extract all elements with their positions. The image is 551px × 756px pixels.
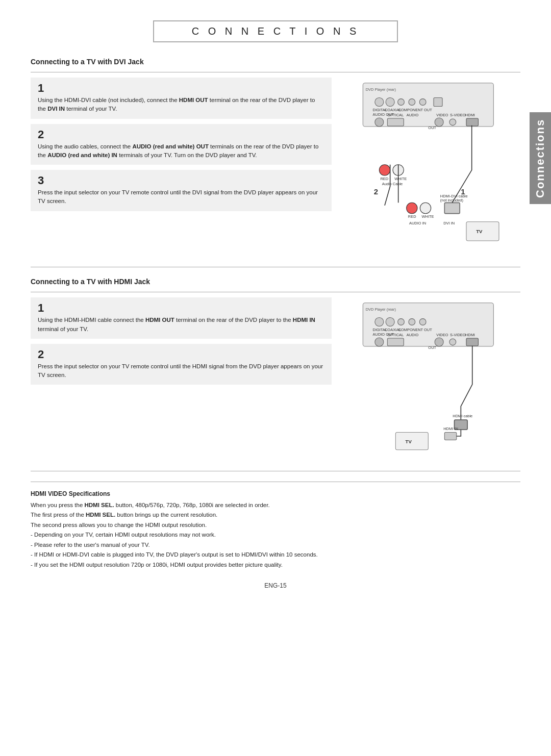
svg-text:Audio Cable: Audio Cable: [382, 182, 403, 186]
svg-text:2: 2: [374, 187, 378, 196]
step-number-s1-3: 3: [38, 175, 324, 186]
svg-rect-7: [434, 97, 442, 106]
svg-rect-13: [387, 118, 404, 126]
step-number-s2-1: 1: [38, 303, 324, 314]
svg-rect-35: [466, 222, 499, 241]
svg-text:AUDIO IN: AUDIO IN: [409, 221, 426, 225]
svg-point-58: [449, 339, 456, 345]
step-text-s1-1: Using the HDMI-DVI cable (not included),…: [38, 96, 324, 114]
svg-text:DVD Player (rear): DVD Player (rear): [366, 87, 396, 92]
section2-steps: 1 Using the HDMI-HDMI cable connect the …: [31, 297, 332, 455]
spec-line-1: When you press the HDMI SEL. button, 480…: [31, 502, 270, 508]
svg-text:WHITE: WHITE: [422, 214, 434, 219]
svg-point-44: [386, 318, 394, 326]
spec-line-5: - Please refer to the user's manual of y…: [31, 542, 150, 548]
svg-text:RED: RED: [408, 214, 416, 219]
svg-text:OUT: OUT: [428, 125, 436, 130]
step-text-s2-1: Using the HDMI-HDMI cable connect the HD…: [38, 316, 324, 334]
section2-title: Connecting to a TV with HDMI Jack: [31, 278, 520, 286]
svg-point-43: [375, 318, 384, 326]
section1-steps: 1 Using the HDMI-DVI cable (not included…: [31, 78, 332, 251]
svg-point-4: [398, 99, 405, 106]
divider-top-s1: [31, 72, 520, 72]
spec-line-3: The second press allows you to change th…: [31, 522, 207, 528]
svg-point-31: [420, 203, 431, 213]
svg-rect-34: [444, 203, 460, 213]
svg-text:DVD Player (rear): DVD Player (rear): [366, 307, 396, 312]
svg-point-45: [398, 319, 405, 325]
spec-line-6: - If HDMI or HDMI-DVI cable is plugged i…: [31, 551, 318, 558]
svg-point-18: [449, 119, 456, 125]
svg-point-23: [379, 165, 390, 175]
svg-text:(not included): (not included): [440, 198, 464, 203]
side-tab: Connections: [530, 112, 551, 204]
divider-top-s2: [31, 292, 520, 292]
specs-section: HDMI VIDEO Specifications When you press…: [31, 482, 520, 570]
svg-point-12: [375, 118, 384, 127]
dvi-diagram-svg: DVD Player (rear) DIGITAL AUDIO OUT COAX…: [352, 78, 515, 251]
specs-text: When you press the HDMI SEL. button, 480…: [31, 500, 520, 570]
svg-text:WHITE: WHITE: [394, 177, 407, 181]
svg-text:HDMI IN: HDMI IN: [443, 427, 458, 432]
section2-block: 1 Using the HDMI-HDMI cable connect the …: [31, 297, 520, 455]
svg-point-46: [409, 319, 415, 325]
svg-point-2: [375, 97, 384, 106]
page-title: C O N N E C T I O N S: [185, 26, 366, 37]
svg-text:OUT: OUT: [428, 346, 436, 350]
svg-text:OPTICAL: OPTICAL: [387, 113, 404, 117]
step-number-s1-1: 1: [38, 83, 324, 94]
step-s1-2: 2 Using the audio cables, connect the AU…: [31, 124, 332, 165]
spec-line-7: - If you set the HDMI output resolution …: [31, 562, 283, 568]
step-s1-3: 3 Press the input selector on your TV re…: [31, 170, 332, 211]
divider-bottom-s2: [31, 471, 520, 471]
section1-title: Connecting to a TV with DVI Jack: [31, 58, 520, 66]
svg-text:TV: TV: [406, 439, 412, 444]
step-number-s1-2: 2: [38, 129, 324, 140]
svg-point-5: [409, 99, 415, 106]
svg-text:HDMI cable: HDMI cable: [453, 414, 472, 418]
step-number-s2-2: 2: [38, 349, 324, 360]
svg-text:AUDIO: AUDIO: [407, 113, 419, 117]
section1-block: 1 Using the HDMI-DVI cable (not included…: [31, 78, 520, 251]
svg-point-6: [419, 99, 426, 106]
spec-line-2: The first press of the HDMI SEL. button …: [31, 512, 217, 518]
svg-point-52: [375, 338, 384, 346]
svg-text:TV: TV: [476, 229, 483, 234]
svg-rect-60: [466, 338, 478, 346]
svg-point-47: [419, 319, 426, 325]
svg-text:S-VIDEO: S-VIDEO: [450, 333, 466, 337]
hdmi-diagram-svg: DVD Player (rear) DIGITAL AUDIO OUT COAX…: [352, 297, 515, 455]
svg-rect-65: [395, 433, 428, 450]
step-s2-1: 1 Using the HDMI-HDMI cable connect the …: [31, 297, 332, 339]
svg-text:S-VIDEO: S-VIDEO: [450, 113, 466, 117]
svg-rect-53: [387, 338, 404, 346]
page-number: ENG-15: [31, 582, 520, 589]
svg-text:DVI IN: DVI IN: [443, 221, 455, 225]
step-s2-2: 2 Press the input selector on your TV re…: [31, 344, 332, 385]
step-text-s2-2: Press the input selector on your TV remo…: [38, 362, 324, 380]
svg-point-30: [407, 203, 417, 213]
svg-rect-20: [466, 118, 478, 126]
specs-title: HDMI VIDEO Specifications: [31, 490, 520, 497]
divider-bottom-s1: [31, 267, 520, 267]
svg-text:VIDEO: VIDEO: [436, 113, 448, 117]
svg-text:AUDIO: AUDIO: [407, 333, 419, 337]
svg-text:OPTICAL: OPTICAL: [387, 333, 404, 337]
step-s1-1: 1 Using the HDMI-DVI cable (not included…: [31, 78, 332, 119]
svg-text:COMPONENT OUT: COMPONENT OUT: [398, 108, 433, 112]
section2-diagram: DVD Player (rear) DIGITAL AUDIO OUT COAX…: [347, 297, 520, 455]
svg-text:COMPONENT OUT: COMPONENT OUT: [398, 327, 433, 332]
svg-rect-67: [444, 433, 456, 440]
svg-text:RED: RED: [380, 177, 388, 181]
svg-text:VIDEO: VIDEO: [436, 333, 448, 337]
step-text-s1-3: Press the input selector on your TV remo…: [38, 188, 324, 206]
svg-point-3: [386, 97, 394, 106]
svg-text:HDMI: HDMI: [465, 333, 475, 337]
step-text-s1-2: Using the audio cables, connect the AUDI…: [38, 142, 324, 160]
page-header: C O N N E C T I O N S: [153, 20, 398, 42]
svg-text:HDMI: HDMI: [465, 113, 475, 117]
spec-line-4: - Depending on your TV, certain HDMI out…: [31, 532, 216, 538]
section1-diagram: DVD Player (rear) DIGITAL AUDIO OUT COAX…: [347, 78, 520, 251]
